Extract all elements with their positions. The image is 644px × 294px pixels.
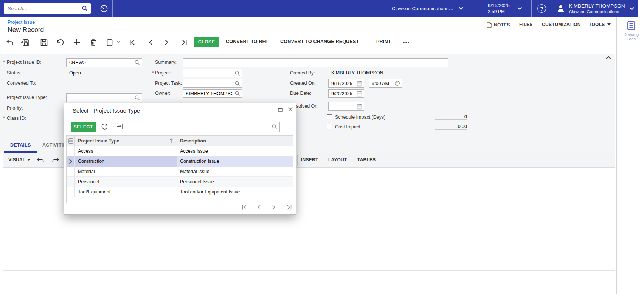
sort-ascending-icon[interactable] — [169, 138, 173, 143]
calendar-icon[interactable] — [357, 91, 362, 97]
column-header-type[interactable]: Project Issue Type — [78, 138, 119, 144]
drawing-logs-icon — [627, 21, 636, 31]
pager-previous-page-icon[interactable] — [257, 204, 264, 211]
project-input[interactable] — [183, 69, 242, 77]
next-record-button[interactable] — [162, 38, 171, 47]
delete-button[interactable] — [88, 38, 98, 47]
cost-impact-checkbox[interactable] — [327, 124, 332, 129]
project-issue-id-field[interactable] — [66, 58, 142, 67]
notes-button[interactable]: NOTES — [487, 22, 510, 28]
owner-input[interactable] — [183, 90, 242, 97]
column-header-description[interactable]: Description — [180, 138, 206, 144]
chevron-down-icon[interactable] — [629, 7, 635, 11]
chevron-down-icon — [459, 7, 464, 10]
schedule-impact-checkbox[interactable] — [327, 114, 332, 119]
pager-next-page-icon[interactable] — [272, 204, 279, 211]
global-search[interactable] — [4, 3, 91, 14]
clipboard-menu-caret[interactable] — [115, 38, 121, 47]
last-record-button[interactable] — [180, 38, 189, 47]
class-id-label: Class ID: — [7, 116, 26, 121]
save-and-close-button[interactable] — [20, 38, 29, 47]
project-issue-id-input[interactable] — [67, 59, 142, 67]
lookup-magnifier-icon[interactable] — [134, 95, 140, 101]
refresh-icon[interactable] — [101, 123, 108, 130]
collapse-panel-chevron-icon[interactable] — [605, 56, 611, 60]
schedule-impact-label: Schedule Impact (Days) — [335, 115, 385, 120]
customization-button[interactable]: CUSTOMIZATION — [542, 22, 581, 27]
close-button[interactable]: CLOSE — [194, 37, 219, 47]
dialog-title-divider — [64, 117, 296, 117]
calendar-icon[interactable] — [357, 80, 362, 87]
search-icon[interactable] — [272, 124, 278, 130]
convert-to-rfi-button[interactable]: CONVERT TO RFI — [226, 39, 267, 44]
user-name: KIMBERLY THOMPSON — [569, 3, 625, 9]
maximize-icon[interactable] — [278, 108, 283, 112]
divider — [95, 0, 95, 17]
created-by-value: KIMBERLY THOMPSON — [331, 70, 383, 76]
files-button[interactable]: FILES — [519, 22, 533, 27]
convert-to-change-request-button[interactable]: CONVERT TO CHANGE REQUEST — [280, 39, 359, 44]
clock-icon[interactable] — [394, 80, 400, 86]
tools-button[interactable]: TOOLS — [589, 22, 611, 27]
summary-input[interactable] — [183, 59, 448, 67]
business-date-clock-button[interactable] — [96, 0, 112, 17]
global-search-input[interactable] — [4, 3, 91, 14]
lookup-magnifier-icon[interactable] — [234, 80, 241, 87]
summary-field[interactable] — [183, 58, 448, 67]
close-dialog-icon[interactable] — [288, 107, 293, 112]
owner-field[interactable] — [183, 89, 242, 98]
company-selector[interactable]: Clawson Communications… — [392, 0, 464, 17]
add-new-record-button[interactable] — [72, 38, 81, 47]
project-task-field[interactable] — [183, 79, 242, 88]
clipboard-button[interactable] — [105, 38, 114, 47]
insert-menu-button[interactable]: INSERT — [301, 157, 318, 162]
lookup-magnifier-icon[interactable] — [234, 70, 241, 76]
more-options-button[interactable] — [402, 38, 411, 47]
undo-button[interactable] — [56, 38, 65, 47]
first-record-button[interactable] — [128, 38, 137, 47]
column-divider[interactable] — [177, 136, 177, 146]
pager-first-page-icon[interactable] — [242, 204, 248, 211]
dialog-search-input[interactable] — [217, 122, 279, 132]
help-button[interactable]: ? — [537, 4, 546, 13]
layout-menu-button[interactable]: LAYOUT — [328, 157, 347, 162]
project-issue-type-field[interactable] — [66, 93, 142, 102]
go-back-button[interactable] — [5, 38, 14, 47]
project-issue-type-input[interactable] — [67, 94, 142, 102]
print-button[interactable]: PRINT — [376, 39, 391, 44]
save-button[interactable] — [39, 38, 48, 47]
breadcrumb[interactable]: Project Issue — [8, 20, 35, 25]
lookup-row-material[interactable]: Material Material Issue — [67, 167, 293, 177]
chevron-down-icon[interactable] — [517, 7, 522, 10]
lookup-row-tool-equipment[interactable]: Tool/Equipment Tool and/or Equipment Iss… — [67, 187, 293, 197]
lookup-magnifier-icon[interactable] — [134, 60, 140, 66]
dialog-search[interactable] — [217, 122, 280, 132]
date-time-selector[interactable]: 9/15/2025 2:59 PM — [488, 2, 510, 15]
editor-redo-button[interactable] — [51, 156, 60, 164]
lookup-row-personnel[interactable]: Personnel Personnel Issue — [67, 177, 293, 187]
calendar-icon[interactable] — [357, 104, 362, 110]
resolved-on-field[interactable] — [328, 102, 364, 111]
search-icon[interactable] — [82, 5, 88, 12]
due-date-field[interactable] — [328, 89, 364, 98]
side-panel-drawing-logs[interactable]: Drawing Logs — [619, 21, 643, 41]
visual-menu-button[interactable]: VISUAL — [8, 157, 31, 162]
user-icon — [557, 4, 565, 13]
tables-menu-button[interactable]: TABLES — [357, 157, 376, 162]
previous-record-button[interactable] — [146, 38, 155, 47]
created-on-date-field[interactable] — [328, 79, 364, 88]
project-field[interactable] — [183, 69, 242, 77]
tab-details[interactable]: DETAILS — [10, 142, 31, 148]
user-menu[interactable]: KIMBERLY THOMPSON Clawson Communications — [557, 0, 625, 17]
lookup-magnifier-icon[interactable] — [234, 91, 241, 97]
select-button[interactable]: SELECT — [71, 122, 96, 132]
divider — [483, 0, 483, 17]
side-panel-divider — [616, 17, 617, 294]
fit-width-icon[interactable] — [115, 124, 123, 129]
lookup-row-construction-selected[interactable]: Construction Construction Issue — [67, 156, 293, 167]
pager-last-page-icon[interactable] — [286, 204, 293, 211]
created-on-time-field[interactable] — [369, 79, 402, 88]
editor-undo-button[interactable] — [36, 156, 45, 164]
lookup-row-access[interactable]: Access Access Issue — [67, 146, 293, 156]
project-task-input[interactable] — [183, 79, 242, 87]
